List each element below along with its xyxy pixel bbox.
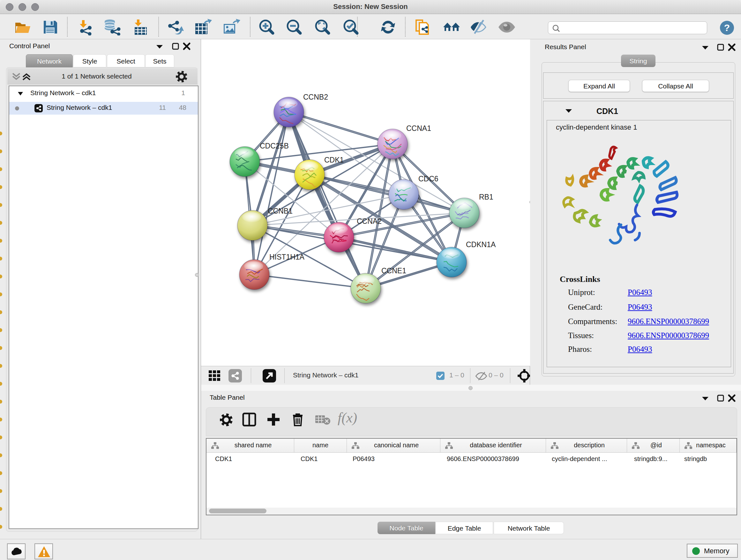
svg-text:CDC25B: CDC25B [260, 142, 289, 150]
svg-text:CCNA1: CCNA1 [406, 124, 431, 132]
svg-text:CCNB1: CCNB1 [268, 207, 293, 215]
svg-text:CCNA2: CCNA2 [357, 217, 382, 226]
svg-text:?: ? [724, 22, 730, 33]
svg-text:RB1: RB1 [479, 193, 493, 201]
svg-text:HIST1H1A: HIST1H1A [269, 253, 305, 261]
svg-text:CCNB2: CCNB2 [303, 93, 328, 101]
svg-text:CCNE1: CCNE1 [381, 266, 406, 275]
svg-text:CDKN1A: CDKN1A [466, 240, 496, 249]
svg-text:CDC6: CDC6 [418, 175, 439, 183]
svg-text:CDK1: CDK1 [324, 156, 344, 164]
